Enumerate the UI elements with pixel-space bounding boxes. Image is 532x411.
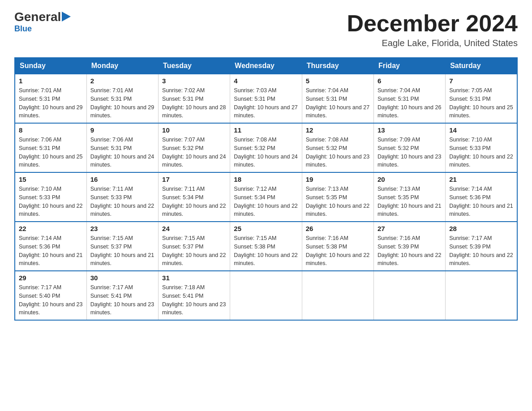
day-info: Sunrise: 7:03 AM Sunset: 5:31 PM Dayligh… [234,86,298,120]
day-number: 3 [162,77,226,85]
table-row: 26 Sunrise: 7:16 AM Sunset: 5:38 PM Dayl… [302,222,373,271]
col-saturday: Saturday [446,58,517,74]
day-number: 14 [449,126,513,134]
table-row: 25 Sunrise: 7:15 AM Sunset: 5:38 PM Dayl… [230,222,302,271]
day-info: Sunrise: 7:08 AM Sunset: 5:32 PM Dayligh… [234,136,298,169]
col-tuesday: Tuesday [159,58,230,74]
day-number: 15 [19,176,83,183]
table-row: 5 Sunrise: 7:04 AM Sunset: 5:31 PM Dayli… [302,74,373,123]
day-number: 8 [19,126,83,134]
table-row: 1 Sunrise: 7:01 AM Sunset: 5:31 PM Dayli… [15,74,86,123]
col-friday: Friday [373,58,445,74]
day-info: Sunrise: 7:17 AM Sunset: 5:41 PM Dayligh… [90,283,154,317]
day-info: Sunrise: 7:01 AM Sunset: 5:31 PM Dayligh… [19,86,83,120]
table-row: 2 Sunrise: 7:01 AM Sunset: 5:31 PM Dayli… [86,74,158,123]
day-info: Sunrise: 7:08 AM Sunset: 5:32 PM Dayligh… [306,136,370,169]
logo: General Blue [14,11,71,34]
table-row: 28 Sunrise: 7:17 AM Sunset: 5:39 PM Dayl… [446,222,517,271]
day-info: Sunrise: 7:02 AM Sunset: 5:31 PM Dayligh… [162,86,226,120]
day-info: Sunrise: 7:14 AM Sunset: 5:36 PM Dayligh… [449,185,513,218]
day-info: Sunrise: 7:01 AM Sunset: 5:31 PM Dayligh… [90,86,154,120]
table-row: 21 Sunrise: 7:14 AM Sunset: 5:36 PM Dayl… [446,172,517,222]
svg-marker-0 [62,12,71,21]
day-info: Sunrise: 7:18 AM Sunset: 5:41 PM Dayligh… [162,283,226,317]
calendar-header-row: Sunday Monday Tuesday Wednesday Thursday… [15,58,517,74]
day-info: Sunrise: 7:11 AM Sunset: 5:33 PM Dayligh… [90,185,154,218]
day-number: 16 [90,176,154,183]
table-row: 23 Sunrise: 7:15 AM Sunset: 5:37 PM Dayl… [86,222,158,271]
table-row: 14 Sunrise: 7:10 AM Sunset: 5:33 PM Dayl… [446,123,517,172]
calendar-week-row: 1 Sunrise: 7:01 AM Sunset: 5:31 PM Dayli… [15,74,517,123]
day-info: Sunrise: 7:17 AM Sunset: 5:40 PM Dayligh… [19,283,83,317]
day-number: 13 [378,126,442,134]
table-row: 6 Sunrise: 7:04 AM Sunset: 5:31 PM Dayli… [373,74,445,123]
day-info: Sunrise: 7:12 AM Sunset: 5:34 PM Dayligh… [234,185,298,218]
day-number: 7 [449,77,513,85]
day-info: Sunrise: 7:16 AM Sunset: 5:38 PM Dayligh… [306,234,370,268]
table-row: 15 Sunrise: 7:10 AM Sunset: 5:33 PM Dayl… [15,172,86,222]
calendar-table: Sunday Monday Tuesday Wednesday Thursday… [14,57,518,321]
day-number: 20 [378,176,442,183]
day-info: Sunrise: 7:15 AM Sunset: 5:38 PM Dayligh… [234,234,298,268]
day-info: Sunrise: 7:10 AM Sunset: 5:33 PM Dayligh… [19,185,83,218]
day-number: 23 [90,225,154,232]
day-info: Sunrise: 7:15 AM Sunset: 5:37 PM Dayligh… [162,234,226,268]
calendar-week-row: 29 Sunrise: 7:17 AM Sunset: 5:40 PM Dayl… [15,271,517,320]
day-number: 25 [234,225,298,232]
table-row: 22 Sunrise: 7:14 AM Sunset: 5:36 PM Dayl… [15,222,86,271]
col-sunday: Sunday [15,58,86,74]
day-number: 18 [234,176,298,183]
location-subtitle: Eagle Lake, Florida, United States [347,38,518,48]
day-number: 4 [234,77,298,85]
day-info: Sunrise: 7:17 AM Sunset: 5:39 PM Dayligh… [449,234,513,268]
day-number: 5 [306,77,370,85]
logo-blue-text: Blue [14,24,32,34]
page-header: General Blue December 2024 Eagle Lake, F… [14,11,518,48]
col-monday: Monday [86,58,158,74]
month-year-title: December 2024 [347,11,518,36]
day-info: Sunrise: 7:04 AM Sunset: 5:31 PM Dayligh… [378,86,442,120]
day-number: 27 [378,225,442,232]
day-info: Sunrise: 7:06 AM Sunset: 5:31 PM Dayligh… [19,136,83,169]
table-row: 12 Sunrise: 7:08 AM Sunset: 5:32 PM Dayl… [302,123,373,172]
day-number: 26 [306,225,370,232]
table-row [446,271,517,320]
day-number: 9 [90,126,154,134]
table-row: 8 Sunrise: 7:06 AM Sunset: 5:31 PM Dayli… [15,123,86,172]
table-row: 16 Sunrise: 7:11 AM Sunset: 5:33 PM Dayl… [86,172,158,222]
table-row: 20 Sunrise: 7:13 AM Sunset: 5:35 PM Dayl… [373,172,445,222]
logo-triangle-icon [62,12,71,21]
table-row: 30 Sunrise: 7:17 AM Sunset: 5:41 PM Dayl… [86,271,158,320]
day-number: 17 [162,176,226,183]
calendar-week-row: 22 Sunrise: 7:14 AM Sunset: 5:36 PM Dayl… [15,222,517,271]
day-number: 28 [449,225,513,232]
calendar-week-row: 15 Sunrise: 7:10 AM Sunset: 5:33 PM Dayl… [15,172,517,222]
logo-general-text: General [14,11,61,23]
calendar-week-row: 8 Sunrise: 7:06 AM Sunset: 5:31 PM Dayli… [15,123,517,172]
day-number: 29 [19,274,83,282]
table-row: 9 Sunrise: 7:06 AM Sunset: 5:31 PM Dayli… [86,123,158,172]
table-row: 27 Sunrise: 7:16 AM Sunset: 5:39 PM Dayl… [373,222,445,271]
table-row: 11 Sunrise: 7:08 AM Sunset: 5:32 PM Dayl… [230,123,302,172]
day-number: 19 [306,176,370,183]
day-number: 30 [90,274,154,282]
day-info: Sunrise: 7:06 AM Sunset: 5:31 PM Dayligh… [90,136,154,169]
col-thursday: Thursday [302,58,373,74]
day-number: 6 [378,77,442,85]
table-row: 29 Sunrise: 7:17 AM Sunset: 5:40 PM Dayl… [15,271,86,320]
day-info: Sunrise: 7:14 AM Sunset: 5:36 PM Dayligh… [19,234,83,268]
day-info: Sunrise: 7:05 AM Sunset: 5:31 PM Dayligh… [449,86,513,120]
day-info: Sunrise: 7:16 AM Sunset: 5:39 PM Dayligh… [378,234,442,268]
day-info: Sunrise: 7:04 AM Sunset: 5:31 PM Dayligh… [306,86,370,120]
day-info: Sunrise: 7:07 AM Sunset: 5:32 PM Dayligh… [162,136,226,169]
table-row: 3 Sunrise: 7:02 AM Sunset: 5:31 PM Dayli… [159,74,230,123]
table-row: 24 Sunrise: 7:15 AM Sunset: 5:37 PM Dayl… [159,222,230,271]
table-row: 19 Sunrise: 7:13 AM Sunset: 5:35 PM Dayl… [302,172,373,222]
day-number: 1 [19,77,83,85]
day-number: 21 [449,176,513,183]
table-row: 10 Sunrise: 7:07 AM Sunset: 5:32 PM Dayl… [159,123,230,172]
day-number: 2 [90,77,154,85]
table-row [302,271,373,320]
day-number: 22 [19,225,83,232]
day-info: Sunrise: 7:10 AM Sunset: 5:33 PM Dayligh… [449,136,513,169]
